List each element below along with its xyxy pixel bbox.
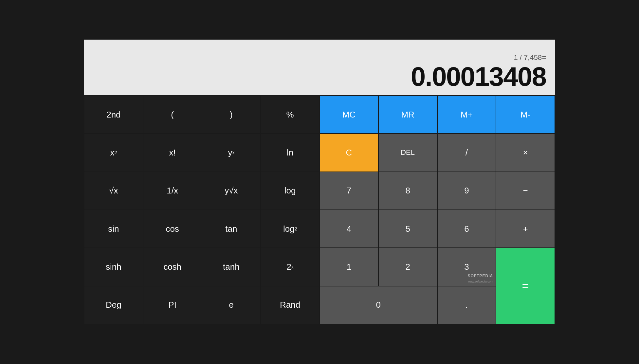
btn-mr[interactable]: MR [379,96,437,133]
btn-log[interactable]: log [261,172,319,209]
btn-multiply[interactable]: × [496,134,555,171]
btn-dot[interactable]: . [438,286,496,324]
btn-2x[interactable]: 2x [261,248,319,285]
btn-subtract[interactable]: − [496,172,555,209]
btn-yx[interactable]: yx [202,134,261,171]
button-grid: 2nd ( ) % MC MR M+ M- x2 x! yx ln C DEL … [84,95,555,324]
display: 1 / 7,458= 0.00013408 [84,40,555,95]
btn-9[interactable]: 9 [438,172,496,209]
btn-cosh[interactable]: cosh [143,248,202,285]
btn-tan[interactable]: tan [202,210,261,247]
btn-xfact[interactable]: x! [143,134,202,171]
btn-divide[interactable]: / [438,134,496,171]
btn-ysqrt[interactable]: y√x [202,172,261,209]
btn-log2[interactable]: log2 [261,210,319,247]
btn-sin[interactable]: sin [84,210,143,247]
btn-c[interactable]: C [320,134,378,171]
btn-pi[interactable]: PI [143,286,202,324]
btn-cos[interactable]: cos [143,210,202,247]
btn-mplus[interactable]: M+ [438,96,496,133]
btn-2[interactable]: 2 [379,248,437,285]
calculator: 1 / 7,458= 0.00013408 2nd ( ) % MC MR M+… [84,40,555,324]
btn-sinh[interactable]: sinh [84,248,143,285]
btn-del[interactable]: DEL [379,134,437,171]
display-main: 0.00013408 [411,63,546,90]
btn-deg[interactable]: Deg [84,286,143,324]
btn-sqrt[interactable]: √x [84,172,143,209]
btn-open-paren[interactable]: ( [143,96,202,133]
btn-rand[interactable]: Rand [261,286,319,324]
btn-1[interactable]: 1 [320,248,378,285]
btn-mc[interactable]: MC [320,96,378,133]
btn-8[interactable]: 8 [379,172,437,209]
btn-close-paren[interactable]: ) [202,96,261,133]
btn-0[interactable]: 0 [320,286,437,324]
softpedia-watermark: SOFTPEDIA www.softpedia.com [468,274,493,283]
btn-tanh[interactable]: tanh [202,248,261,285]
btn-e[interactable]: e [202,286,261,324]
btn-mminus[interactable]: M- [496,96,555,133]
btn-4[interactable]: 4 [320,210,378,247]
btn-percent[interactable]: % [261,96,319,133]
btn-5[interactable]: 5 [379,210,437,247]
btn-3[interactable]: 3 SOFTPEDIA www.softpedia.com [438,248,496,285]
btn-2nd[interactable]: 2nd [84,96,143,133]
btn-x2[interactable]: x2 [84,134,143,171]
btn-reciprocal[interactable]: 1/x [143,172,202,209]
btn-7[interactable]: 7 [320,172,378,209]
display-history: 1 / 7,458= [514,53,546,62]
btn-6[interactable]: 6 [438,210,496,247]
btn-add[interactable]: + [496,210,555,247]
btn-ln[interactable]: ln [261,134,319,171]
btn-equals[interactable]: = [496,248,555,324]
